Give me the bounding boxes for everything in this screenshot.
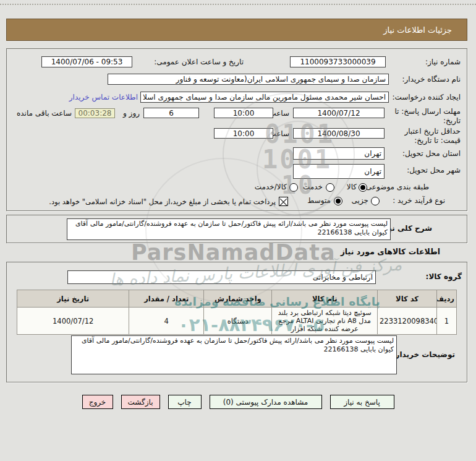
delivery-city-label: شهر محل تحویل: bbox=[407, 166, 461, 174]
need-description-panel: شرح کلی نیاز: لیست پیوست مورد نظر می باش… bbox=[6, 215, 467, 243]
print-button[interactable]: چاپ bbox=[168, 395, 202, 409]
page-title: جزئیات اطلاعات نیاز bbox=[383, 25, 452, 35]
reply-deadline-label-line1: مهلت ارسال پاسخ: تا bbox=[394, 107, 461, 116]
back-button[interactable]: بازگشت bbox=[121, 395, 160, 409]
days-and-label: روز و bbox=[123, 109, 140, 118]
top-dotted-divider bbox=[0, 4, 476, 5]
action-button-row: پاسخ به نیاز مشاهده مدارک پیوستی (0) چاپ… bbox=[0, 395, 476, 409]
reply-deadline-time-field[interactable]: 10:00 bbox=[214, 108, 273, 118]
radio-goods[interactable] bbox=[359, 183, 367, 192]
radio-goods-service[interactable] bbox=[289, 183, 298, 192]
need-number-field[interactable]: 1100093733000039 bbox=[290, 56, 386, 67]
announce-datetime-label: تاریخ و ساعت اعلان عمومی: bbox=[154, 58, 244, 66]
cell-item-code: 2233120098340001 bbox=[378, 308, 437, 335]
radio-goods-service-label: کالا/خدمت bbox=[255, 183, 287, 191]
countdown-timer: 00:03:28 bbox=[75, 108, 115, 118]
radio-partial-label: جزیی bbox=[352, 196, 368, 205]
page-title-bar: جزئیات اطلاعات نیاز bbox=[6, 19, 467, 41]
radio-medium[interactable] bbox=[334, 197, 342, 205]
radio-partial[interactable] bbox=[371, 197, 380, 205]
treasury-note: پرداخت تمام یا بخشی از مبلغ خرید،از محل … bbox=[49, 197, 276, 206]
remaining-days-field[interactable]: 6 bbox=[143, 108, 199, 118]
request-creator-label: ایجاد کننده درخواست: bbox=[392, 93, 461, 101]
col-quantity: تعداد / مقدار bbox=[129, 290, 204, 308]
radio-service-label: خدمت bbox=[303, 183, 323, 191]
treasury-checkbox[interactable] bbox=[279, 197, 288, 206]
cell-quantity: 4 bbox=[129, 308, 204, 335]
cell-need-date: 1400/07/12 bbox=[17, 308, 129, 335]
price-validity-label-line2: قیمت: تا تاریخ: bbox=[414, 136, 461, 145]
buyer-org-field[interactable]: سازمان صدا و سیمای جمهوری اسلامی ایران(م… bbox=[108, 74, 389, 85]
hours-remaining-label: ساعت باقی مانده bbox=[17, 109, 72, 118]
reply-deadline-date-field[interactable]: 1400/07/12 bbox=[293, 108, 385, 118]
need-info-panel: شماره نیاز: 1100093733000039 تاریخ و ساع… bbox=[6, 48, 467, 211]
cell-unit: دستگاه bbox=[204, 308, 272, 335]
buyer-org-label: نام دستگاه خریدار: bbox=[402, 75, 461, 84]
exit-button[interactable]: خروج bbox=[82, 395, 113, 409]
radio-service[interactable] bbox=[326, 183, 334, 192]
goods-table-header-row: ردیف کد کالا نام کالا واحد شمارش تعداد /… bbox=[17, 290, 457, 308]
process-type-label: نوع فرآیند خرید : bbox=[393, 196, 445, 205]
cell-row-index: 1 bbox=[437, 308, 457, 335]
col-item-code: کد کالا bbox=[378, 290, 437, 308]
need-description-textarea[interactable]: لیست پیوست مورد نظر می باشد/ارائه پیش فا… bbox=[67, 218, 391, 240]
procurement-detail-page: { "title_bar": "جزئیات اطلاعات نیاز", "p… bbox=[0, 0, 476, 461]
col-row-index: ردیف bbox=[437, 290, 457, 308]
buyer-notes-label: توضیحات خریدار: bbox=[393, 350, 455, 359]
goods-group-label: گروه کالا: bbox=[426, 272, 462, 281]
radio-medium-label: متوسط bbox=[307, 196, 331, 205]
goods-table-row: 1 2233120098340001 سوئیچ دیتا شبکه ارتبا… bbox=[17, 308, 457, 335]
delivery-city-field[interactable]: تهران bbox=[293, 164, 385, 179]
cell-item-name: سوئیچ دیتا شبکه ارتباطی برد بلند مدل A8 … bbox=[272, 308, 378, 335]
price-validity-time-field[interactable]: 10:00 bbox=[214, 128, 273, 139]
radio-goods-label: کالا bbox=[347, 183, 357, 191]
reply-deadline-label-line2: تاریخ: bbox=[443, 116, 461, 125]
col-item-name: نام کالا bbox=[272, 290, 378, 308]
goods-group-field[interactable]: ارتباطی و مخابراتی bbox=[67, 270, 376, 284]
delivery-province-label: استان محل تحویل: bbox=[402, 149, 461, 158]
goods-table: ردیف کد کالا نام کالا واحد شمارش تعداد /… bbox=[17, 290, 457, 335]
col-need-date: تاریخ نیاز bbox=[17, 290, 129, 308]
goods-section-title: اطلاعات کالاهای مورد نیاز bbox=[341, 247, 440, 256]
view-attachments-button[interactable]: مشاهده مدارک پیوستی (0) bbox=[210, 395, 322, 409]
delivery-province-field[interactable]: تهران bbox=[293, 147, 385, 160]
price-validity-label-line1: حداقل تاریخ اعتبار bbox=[404, 127, 461, 136]
need-number-label: شماره نیاز: bbox=[425, 58, 461, 66]
classification-label: طبقه بندی موضوعی: bbox=[363, 183, 429, 191]
reply-to-need-button[interactable]: پاسخ به نیاز bbox=[330, 395, 394, 409]
buyer-contact-link[interactable]: اطلاعات تماس خریدار bbox=[69, 93, 138, 101]
watermark-brand: ParsNamadData bbox=[131, 240, 336, 265]
price-validity-date-field[interactable]: 1400/08/30 bbox=[293, 128, 385, 139]
buyer-notes-textarea[interactable]: لیست پیوست مورد نظر می باشد/ارائه پیش فا… bbox=[71, 335, 397, 374]
request-creator-field[interactable]: احسان شیر محمدی مسئول مامورین مالی سازما… bbox=[140, 92, 389, 103]
col-unit: واحد شمارش bbox=[204, 290, 272, 308]
goods-info-panel: گروه کالا: ارتباطی و مخابراتی ردیف کد کا… bbox=[6, 262, 467, 382]
announce-datetime-field[interactable]: 1400/07/06 - 09:53 bbox=[41, 56, 132, 67]
